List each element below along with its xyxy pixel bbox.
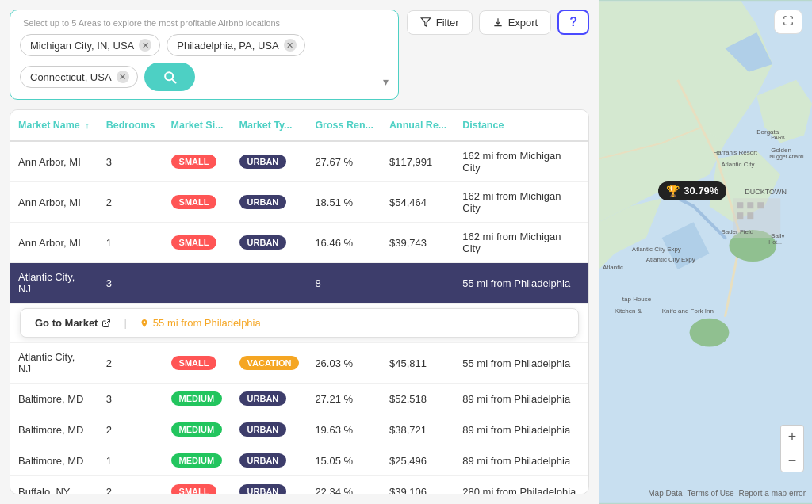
- svg-text:Kitchen &: Kitchen &: [615, 307, 642, 315]
- col-market-name[interactable]: Market Name ↑: [10, 110, 98, 141]
- cell-gross-rent: 8: [307, 263, 381, 304]
- svg-rect-7: [747, 202, 753, 208]
- tag-connecticut-remove[interactable]: ✕: [117, 71, 129, 83]
- tag-philadelphia[interactable]: Philadelphia, PA, USA ✕: [167, 34, 304, 56]
- type-badge: URBAN: [239, 422, 287, 437]
- table-row[interactable]: Baltimore, MD 3 MEDIUM URBAN 27.21 % $52…: [10, 384, 588, 414]
- top-bar: Select up to 5 Areas to explore the most…: [10, 10, 589, 100]
- tag-philadelphia-label: Philadelphia, PA, USA: [177, 40, 278, 52]
- type-badge: URBAN: [239, 155, 287, 169]
- fullscreen-button[interactable]: [774, 10, 802, 34]
- cell-market-size: MEDIUM: [163, 384, 232, 414]
- table-row[interactable]: Baltimore, MD 2 MEDIUM URBAN 19.63 % $38…: [10, 414, 588, 445]
- cell-annual-rev: $25,496: [381, 445, 454, 476]
- size-badge: SMALL: [171, 235, 217, 250]
- dropdown-arrow-icon[interactable]: ▾: [383, 75, 389, 88]
- map-background: DUCKTOWN Bader Field Atlantic City Expy …: [599, 0, 812, 504]
- cell-bedrooms: 1: [98, 223, 163, 263]
- cell-market-size: MEDIUM: [163, 414, 232, 445]
- cell-annual-rev: $39,106: [381, 476, 454, 495]
- filter-button[interactable]: Filter: [407, 10, 473, 35]
- table-row[interactable]: Ann Arbor, MI 2 SMALL URBAN 18.51 % $54,…: [10, 182, 588, 223]
- cell-market-type: URBAN: [232, 182, 308, 223]
- col-market-size[interactable]: Market Si...: [163, 110, 232, 141]
- cell-annual-rev: $54,464: [381, 182, 454, 223]
- search-area: Select up to 5 Areas to explore the most…: [10, 10, 399, 100]
- type-badge: URBAN: [239, 195, 287, 209]
- cell-distance: 162 mi from Michigan City: [454, 182, 588, 223]
- cell-distance: 280 mi from Philadelphia: [454, 476, 588, 495]
- external-link-icon: [102, 319, 111, 328]
- svg-rect-8: [757, 202, 764, 208]
- svg-text:Bally: Bally: [771, 232, 784, 239]
- cell-bedrooms: 2: [98, 343, 163, 384]
- tag-philadelphia-remove[interactable]: ✕: [284, 39, 297, 52]
- table-row[interactable]: Buffalo, NY 2 SMALL URBAN 22.34 % $39,10…: [10, 476, 588, 495]
- svg-text:Atlantic City Expy: Atlantic City Expy: [632, 246, 681, 253]
- svg-rect-6: [737, 202, 743, 208]
- tooltip-separator: |: [124, 317, 126, 329]
- actions-area: Filter Export ?: [407, 10, 589, 35]
- svg-text:Atlantic City: Atlantic City: [721, 161, 754, 168]
- cell-gross-rent: 19.63 %: [307, 414, 381, 445]
- table-row[interactable]: Atlantic City, NJ 2 SMALL VACATION 26.03…: [10, 343, 588, 384]
- size-badge: SMALL: [171, 356, 217, 370]
- type-badge: VACATION: [239, 356, 300, 370]
- help-button[interactable]: ?: [557, 10, 589, 35]
- svg-text:Bader Field: Bader Field: [721, 228, 753, 235]
- trophy-icon: 🏆: [666, 185, 680, 197]
- cell-distance: 55 mi from Philadelphia: [454, 263, 588, 304]
- col-distance[interactable]: Distance: [454, 110, 588, 141]
- col-annual-rev[interactable]: Annual Re...: [381, 110, 454, 141]
- tag-michigan-remove[interactable]: ✕: [139, 39, 151, 52]
- tag-michigan[interactable]: Michigan City, IN, USA ✕: [20, 34, 160, 56]
- svg-text:Knife and Fork Inn: Knife and Fork Inn: [662, 307, 714, 315]
- svg-line-1: [105, 319, 110, 324]
- pin-icon: [140, 319, 149, 328]
- export-button[interactable]: Export: [479, 10, 552, 35]
- cell-gross-rent: 22.34 %: [307, 476, 381, 495]
- search-button[interactable]: [144, 63, 195, 91]
- tooltip-row: Go to Market | 55 mi from Philadelphia: [10, 304, 588, 343]
- right-panel: DUCKTOWN Bader Field Atlantic City Expy …: [599, 0, 812, 504]
- cell-annual-rev: [381, 263, 454, 304]
- cell-market-size: [163, 263, 232, 304]
- col-gross-rent[interactable]: Gross Ren...: [307, 110, 381, 141]
- cell-market-type: VACATION: [232, 343, 308, 384]
- table-row[interactable]: Ann Arbor, MI 3 SMALL URBAN 27.67 % $117…: [10, 141, 588, 182]
- cell-market-name: Ann Arbor, MI: [10, 182, 98, 223]
- cell-gross-rent: 27.21 %: [307, 384, 381, 414]
- tooltip-cell-container: Go to Market | 55 mi from Philadelphia: [10, 304, 588, 343]
- tag-connecticut[interactable]: Connecticut, USA ✕: [20, 66, 138, 88]
- zoom-out-button[interactable]: −: [780, 449, 804, 472]
- price-pin: 🏆 30.79%: [658, 181, 726, 200]
- svg-marker-0: [421, 18, 431, 27]
- table-row[interactable]: Baltimore, MD 1 MEDIUM URBAN 15.05 % $25…: [10, 445, 588, 476]
- svg-text:tap House: tap House: [622, 296, 652, 303]
- size-badge: MEDIUM: [171, 391, 223, 406]
- svg-text:Atlantic: Atlantic: [603, 264, 623, 271]
- cell-market-size: SMALL: [163, 182, 232, 223]
- size-badge: SMALL: [171, 484, 217, 494]
- type-badge: URBAN: [239, 235, 287, 250]
- col-bedrooms[interactable]: Bedrooms: [98, 110, 163, 141]
- zoom-in-button[interactable]: +: [780, 425, 804, 449]
- tag-michigan-label: Michigan City, IN, USA: [30, 40, 134, 52]
- market-table: Market Name ↑ Bedrooms Market Si... Mark…: [10, 110, 588, 494]
- sort-arrow-icon: ↑: [85, 120, 90, 130]
- cell-bedrooms: 1: [98, 445, 163, 476]
- help-label: ?: [569, 15, 577, 29]
- svg-point-4: [690, 319, 730, 347]
- search-icon: [162, 69, 178, 85]
- table-row[interactable]: Ann Arbor, MI 1 SMALL URBAN 16.46 % $39,…: [10, 223, 588, 263]
- left-panel: Select up to 5 Areas to explore the most…: [0, 0, 599, 504]
- cell-market-name: Baltimore, MD: [10, 445, 98, 476]
- cell-market-type: URBAN: [232, 141, 308, 182]
- map-terms-label: Terms of Use: [688, 489, 734, 498]
- cell-market-name: Atlantic City, NJ: [10, 343, 98, 384]
- cell-market-type: URBAN: [232, 414, 308, 445]
- go-to-market-button[interactable]: Go to Market: [35, 317, 111, 329]
- cell-gross-rent: 18.51 %: [307, 182, 381, 223]
- table-row[interactable]: Atlantic City, NJ 3 8 55 mi from Philade…: [10, 263, 588, 304]
- col-market-type[interactable]: Market Ty...: [232, 110, 308, 141]
